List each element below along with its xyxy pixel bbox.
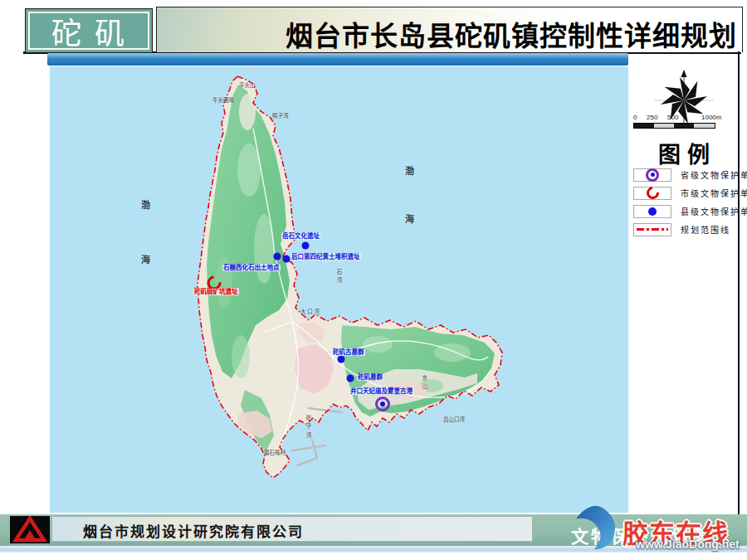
legend-item-county: 县级文物保护单位: [633, 202, 741, 220]
institute-logo-icon: [10, 516, 50, 543]
scale-tick: 1000m: [701, 114, 721, 121]
place-label: 大 口 湾: [300, 309, 320, 314]
watermark-url: www.JiaoDong.net: [636, 538, 740, 551]
scale-bar-segments: [633, 123, 715, 129]
legend-label: 市级文物保护单位: [681, 187, 747, 199]
company-name: 烟台市规划设计研究院有限公司: [83, 520, 304, 541]
site-label: 砣矶砚矿坑遗址: [193, 288, 239, 295]
county-site-marker: [338, 356, 345, 363]
plan-boundary-line-icon: [637, 228, 668, 231]
provincial-site-marker-icon: [646, 168, 659, 182]
place-label: 东山: [422, 375, 427, 392]
watermark: 胶东在线 www.JiaoDong.net: [564, 498, 747, 558]
place-label: 鸭子湾: [272, 113, 289, 119]
jiaodong-logo-icon: [569, 501, 624, 554]
scale-tick: 250: [647, 114, 657, 121]
county-site-marker-icon: [648, 207, 657, 216]
place-label: 吕山口湾: [443, 416, 465, 422]
county-site-marker: [283, 256, 290, 263]
legend-label: 县级文物保护单位: [681, 205, 747, 217]
legend-label: 省级文物保护单位: [681, 168, 747, 181]
county-site-marker: [347, 375, 354, 382]
county-site-marker: [274, 253, 281, 261]
place-label: 砣子湾: [305, 415, 311, 441]
place-label: 磨石嘴村: [264, 450, 286, 455]
place-label: 牛头圈嘴: [212, 97, 234, 103]
site-label: 石棚西化石出土地点: [222, 264, 281, 271]
county-site-marker: [302, 242, 310, 250]
legend: 省级文物保护单位 市级文物保护单位 县级文物保护单位 规划范围线: [633, 166, 741, 239]
sea-label: 海: [405, 212, 414, 225]
scale-bar: 0 250 500 1000m: [633, 114, 718, 132]
sea-label: 渤: [141, 197, 150, 211]
legend-item-provincial: 省级文物保护单位: [633, 166, 741, 183]
sea-label: 海: [141, 252, 150, 265]
legend-item-municipal: 市级文物保护单位: [633, 184, 741, 202]
site-label: 砣矶墓群: [357, 373, 383, 381]
legend-title: 图例: [658, 137, 716, 169]
map-annotation-layer: 岳石文化遗址后口第四纪黄土堆积遗址石棚西化石出土地点砣矶砚矿坑遗址砣矶古墓群砣矶…: [0, 0, 747, 560]
place-label: 平头山: [239, 82, 256, 88]
sea-label: 渤: [405, 163, 414, 177]
scale-tick: 500: [667, 114, 678, 121]
planning-map-page: 砣矶 烟台市长岛县砣矶镇控制性详细规划: [0, 0, 747, 560]
place-label: 石湾: [336, 269, 342, 286]
institute-logo: [10, 516, 50, 543]
page-border-right: [738, 51, 740, 514]
site-label: 砣矶古墓群: [332, 348, 365, 356]
site-label: 岳石文化遗址: [281, 232, 320, 240]
site-label: 井口天妃庙及雾里古港: [349, 387, 413, 395]
legend-label: 规划范围线: [681, 223, 730, 236]
provincial-site-marker: [375, 397, 390, 411]
site-label: 后口第四纪黄土堆积遗址: [290, 253, 361, 261]
municipal-site-marker-icon: [643, 184, 661, 202]
scale-tick: 0: [633, 114, 637, 121]
legend-item-boundary: 规划范围线: [633, 221, 741, 238]
